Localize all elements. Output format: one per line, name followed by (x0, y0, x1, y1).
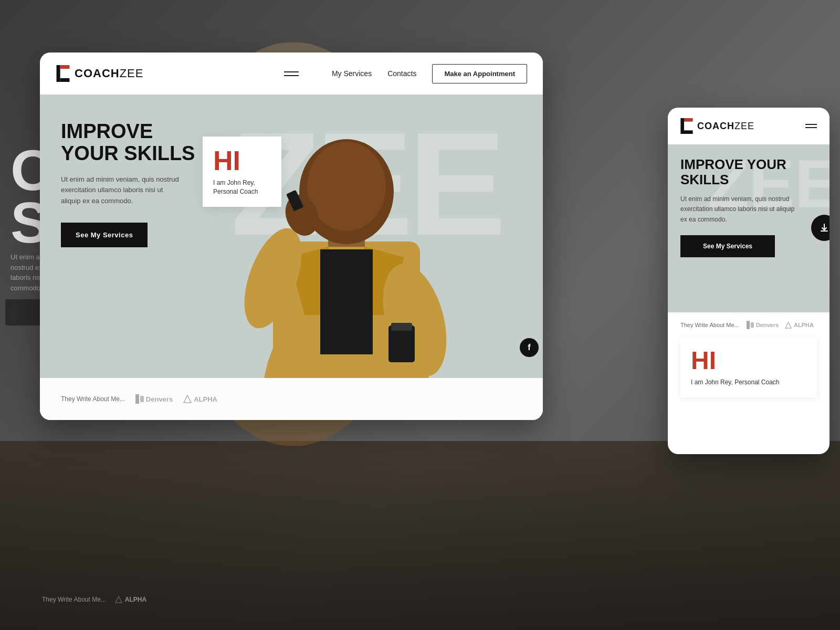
svg-rect-22 (747, 321, 750, 329)
mobile-hi-subtitle: I am John Rey, Personal Coach (691, 377, 806, 387)
alpha-icon (183, 395, 192, 403)
mobile-hero-title: IMPROVE YOUR SKILLS (680, 157, 817, 187)
mobile-hi-card: HI I am John Rey, Personal Coach (680, 338, 817, 397)
desktop-alpha-brand: ALPHA (183, 395, 217, 403)
mobile-hero-description: Ut enim ad minim veniam, quis nostrud ex… (680, 194, 796, 225)
desktop-nav-links: My Services Contacts Make an Appointment (332, 64, 527, 83)
mobile-alpha-brand: ALPHA (785, 322, 814, 329)
desktop-hero-bottom: They Write About Me... Denvers ALPHA (40, 378, 543, 420)
mobile-logo: COACHZEE (680, 118, 754, 134)
desktop-facebook-icon[interactable]: f (520, 338, 539, 357)
desktop-hero: ZEE (40, 94, 543, 420)
desktop-hi-greeting: HI (213, 147, 271, 174)
bg-bottom-content: They Write About Me... ALPHA (42, 595, 146, 604)
mobile-navbar: COACHZEE (668, 108, 830, 144)
desktop-hi-card: HI I am John Rey, Personal Coach (203, 136, 281, 207)
appointment-button[interactable]: Make an Appointment (432, 64, 527, 83)
desktop-logo-text: COACHZEE (75, 67, 143, 80)
mobile-logo-text: COACHZEE (697, 121, 754, 132)
mobile-card: COACHZEE ZEE IMPROVE YOUR SKILLS Ut enim… (668, 108, 830, 454)
mobile-hamburger[interactable] (805, 124, 817, 128)
svg-rect-19 (680, 118, 684, 134)
svg-rect-23 (751, 322, 754, 328)
download-icon (820, 223, 829, 233)
mobile-hi-greeting: HI (691, 348, 806, 373)
mobile-denvers-brand: Denvers (747, 321, 779, 329)
svg-rect-17 (140, 396, 144, 402)
bg-they-write: They Write About Me... (42, 596, 106, 603)
desktop-see-services-button[interactable]: See My Services (61, 223, 148, 247)
desktop-hero-title: IMPROVE YOUR SKILLS (61, 121, 195, 165)
mobile-download-button[interactable] (811, 215, 830, 241)
svg-rect-2 (60, 65, 70, 69)
denvers-icon (135, 394, 144, 404)
desktop-hamburger[interactable] (284, 71, 299, 76)
svg-rect-9 (320, 249, 373, 354)
logo-c-icon (56, 65, 70, 82)
svg-rect-3 (60, 78, 70, 82)
svg-rect-21 (684, 130, 693, 134)
nav-services-link[interactable]: My Services (332, 69, 372, 78)
desktop-they-write-label: They Write About Me... (61, 395, 125, 403)
svg-point-8 (307, 142, 386, 231)
nav-contacts-link[interactable]: Contacts (387, 69, 416, 78)
desktop-hero-description: Ut enim ad minim veniam, quis nostrud ex… (61, 174, 182, 207)
desktop-hi-subtitle: I am John Rey, Personal Coach (213, 178, 271, 196)
desktop-navbar: COACHZEE My Services Contacts Make an Ap… (40, 52, 543, 94)
svg-rect-1 (57, 65, 60, 82)
mobile-alpha-icon (785, 322, 792, 329)
svg-rect-15 (391, 323, 412, 331)
mobile-logo-icon (680, 118, 693, 134)
svg-rect-16 (135, 394, 139, 404)
svg-rect-20 (684, 118, 693, 122)
desktop-logo: COACHZEE (56, 65, 143, 82)
svg-rect-14 (388, 326, 415, 362)
mobile-denvers-icon (747, 321, 754, 329)
svg-marker-0 (116, 596, 122, 603)
mobile-brands: Denvers ALPHA (747, 321, 814, 329)
desktop-denvers-brand: Denvers (135, 394, 173, 404)
mobile-hero: ZEE IMPROVE YOUR SKILLS Ut enim ad minim… (668, 144, 830, 312)
desktop-hero-content: IMPROVE YOUR SKILLS Ut enim ad minim ven… (61, 121, 195, 247)
mobile-bottom-bar: They Write About Me... Denvers ALPHA (668, 312, 830, 338)
svg-marker-18 (184, 395, 191, 403)
mobile-they-write-label: They Write About Me... (680, 322, 739, 328)
bg-alpha-logo: ALPHA (114, 595, 146, 604)
svg-marker-24 (785, 322, 791, 328)
desktop-card: COACHZEE My Services Contacts Make an Ap… (40, 52, 543, 420)
mobile-see-services-button[interactable]: See My Services (680, 235, 775, 257)
